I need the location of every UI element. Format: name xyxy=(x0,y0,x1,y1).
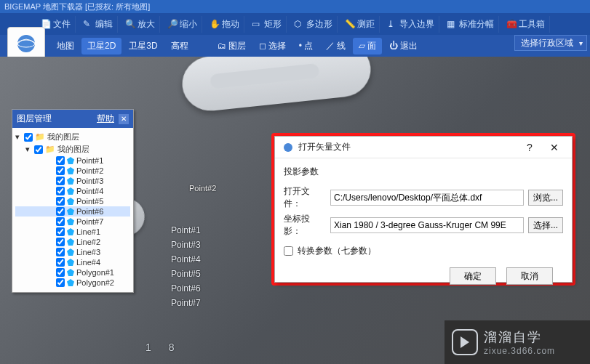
layer-checkbox[interactable] xyxy=(56,258,65,267)
layer-item[interactable]: Line#1 xyxy=(15,227,130,237)
map-mode-toolbar: 地图 卫星2D 卫星3D 高程 🗂 图层 ◻ 选择 • 点 ／ 线 ▱ 面 ⏻ … xyxy=(0,35,590,57)
standard-grid-button[interactable]: ▦标准分幅 xyxy=(442,16,499,33)
select-projection-button[interactable]: 选择... xyxy=(528,217,563,233)
layer-checkbox[interactable] xyxy=(56,227,65,236)
map-point-label: Point#4 xyxy=(171,253,201,266)
layer-item[interactable]: Point#2 xyxy=(15,166,130,176)
draw-polygon-button[interactable]: ▱ 面 xyxy=(353,38,382,54)
pin-icon xyxy=(67,218,74,225)
layer-item[interactable]: Polygon#1 xyxy=(15,267,130,278)
layer-item[interactable]: Line#3 xyxy=(15,247,130,257)
layer-checkbox[interactable] xyxy=(56,217,65,226)
map-point-label: Point#3 xyxy=(171,238,201,251)
window-title: BIGEMAP 地图下载器 [已授权: 所有地图] xyxy=(4,1,150,12)
file-path-input[interactable] xyxy=(330,190,524,206)
layer-checkbox[interactable] xyxy=(34,145,43,154)
measure-button[interactable]: 📏测距 xyxy=(340,16,380,33)
cancel-button[interactable]: 取消 xyxy=(506,267,553,285)
watermark: 溜溜自学 zixue.3d66.com xyxy=(445,320,590,364)
ok-button[interactable]: 确定 xyxy=(450,267,496,285)
section-title: 投影参数 xyxy=(284,163,563,182)
zoom-in-button[interactable]: 🔍放大 xyxy=(121,16,160,33)
main-toolbar: 📄文件 ✎编辑 🔍放大 🔎缩小 ✋拖动 ▭矩形 ⬡多边形 📏测距 ⤓导入边界 ▦… xyxy=(0,13,590,35)
layer-checkbox[interactable] xyxy=(56,238,65,246)
map-mode-map[interactable]: 地图 xyxy=(51,38,80,54)
convert-params-checkbox[interactable] xyxy=(284,246,293,256)
layer-item[interactable]: Point#4 xyxy=(15,186,130,196)
admin-region-dropdown[interactable]: 选择行政区域 xyxy=(514,35,587,51)
map-mode-elevation[interactable]: 高程 xyxy=(165,38,194,54)
zoom-out-button[interactable]: 🔎缩小 xyxy=(163,16,202,33)
layers-button[interactable]: 🗂 图层 xyxy=(212,38,252,54)
map-point-labels: Point#1 Point#3 Point#4 Point#5 Point#6 … xyxy=(171,224,201,311)
pin-icon xyxy=(67,248,74,256)
select-button[interactable]: ◻ 选择 xyxy=(253,38,292,54)
map-provider-logo[interactable] xyxy=(7,27,45,60)
layer-item-label: Point#4 xyxy=(76,187,103,195)
import-boundary-button[interactable]: ⤓导入边界 xyxy=(383,16,439,33)
pin-icon xyxy=(67,187,74,195)
globe-icon xyxy=(282,142,294,153)
tree-root[interactable]: ▾📁我的图层 xyxy=(15,131,130,143)
layer-item[interactable]: Point#1 xyxy=(15,155,130,166)
pin-icon xyxy=(67,157,74,164)
edit-menu[interactable]: ✎编辑 xyxy=(79,16,118,33)
close-icon[interactable]: ✕ xyxy=(544,142,565,153)
watermark-url: zixue.3d66.com xyxy=(484,346,555,356)
draw-line-button[interactable]: ／ 线 xyxy=(320,38,351,54)
layer-checkbox[interactable] xyxy=(56,268,65,277)
layer-item[interactable]: Point#5 xyxy=(15,196,130,206)
map-point-label: Point#6 xyxy=(171,282,201,295)
map-point-label: Point#5 xyxy=(171,267,201,280)
layer-item-label: Point#7 xyxy=(76,217,103,226)
layer-item-label: Point#1 xyxy=(76,156,103,165)
draw-point-button[interactable]: • 点 xyxy=(293,38,319,54)
browse-button[interactable]: 浏览... xyxy=(528,190,563,206)
layer-item-label: Line#4 xyxy=(76,258,100,267)
map-point-label: Point#7 xyxy=(171,296,201,310)
layer-checkbox[interactable] xyxy=(56,207,65,216)
pin-icon xyxy=(67,177,74,185)
polygon-button[interactable]: ⬡多边形 xyxy=(290,16,338,33)
map-mode-sat3d[interactable]: 卫星3D xyxy=(123,38,163,54)
layer-item-label: Line#2 xyxy=(76,238,100,246)
grid-icon: ▦ xyxy=(447,19,457,29)
hand-icon: ✋ xyxy=(210,19,220,29)
exit-button[interactable]: ⏻ 退出 xyxy=(383,38,423,54)
layer-checkbox[interactable] xyxy=(24,133,33,142)
layer-checkbox[interactable] xyxy=(56,278,65,287)
rect-button[interactable]: ▭矩形 xyxy=(247,16,287,33)
layer-item[interactable]: Line#2 xyxy=(15,237,130,247)
tree-sub[interactable]: ▾📁我的图层 xyxy=(15,143,130,155)
layer-checkbox[interactable] xyxy=(56,197,65,206)
pin-icon xyxy=(67,208,74,215)
layer-item[interactable]: Point#6 xyxy=(15,206,130,217)
layer-item[interactable]: Point#3 xyxy=(15,176,130,186)
projection-input[interactable] xyxy=(330,217,524,233)
help-link[interactable]: 帮助 xyxy=(97,113,114,125)
map-mode-sat2d[interactable]: 卫星2D xyxy=(81,38,121,54)
drag-button[interactable]: ✋拖动 xyxy=(205,16,244,33)
layer-item[interactable]: Polygon#2 xyxy=(15,278,130,288)
pin-icon xyxy=(67,269,74,276)
close-icon[interactable]: ✕ xyxy=(119,114,129,124)
layer-item[interactable]: Line#4 xyxy=(15,257,130,267)
layer-panel-header[interactable]: 图层管理 帮助 ✕ xyxy=(12,110,133,128)
toolbox-button[interactable]: 🧰工具箱 xyxy=(502,16,550,33)
layer-item[interactable]: Point#7 xyxy=(15,217,130,227)
dialog-titlebar[interactable]: 打开矢量文件 ? ✕ xyxy=(275,137,572,158)
import-icon: ⤓ xyxy=(387,19,397,29)
folder-icon: 📁 xyxy=(35,132,45,142)
play-icon xyxy=(452,329,478,355)
layer-checkbox[interactable] xyxy=(56,248,65,256)
layer-panel-title: 图层管理 xyxy=(17,113,52,125)
window-titlebar: BIGEMAP 地图下载器 [已授权: 所有地图] xyxy=(0,0,590,13)
layer-checkbox[interactable] xyxy=(56,177,65,185)
pin-icon xyxy=(67,198,74,205)
layer-checkbox[interactable] xyxy=(56,187,65,195)
pin-icon xyxy=(67,228,74,235)
layer-item-label: Polygon#1 xyxy=(76,268,114,277)
layer-checkbox[interactable] xyxy=(56,166,65,175)
layer-checkbox[interactable] xyxy=(56,156,65,165)
help-icon[interactable]: ? xyxy=(519,142,540,153)
